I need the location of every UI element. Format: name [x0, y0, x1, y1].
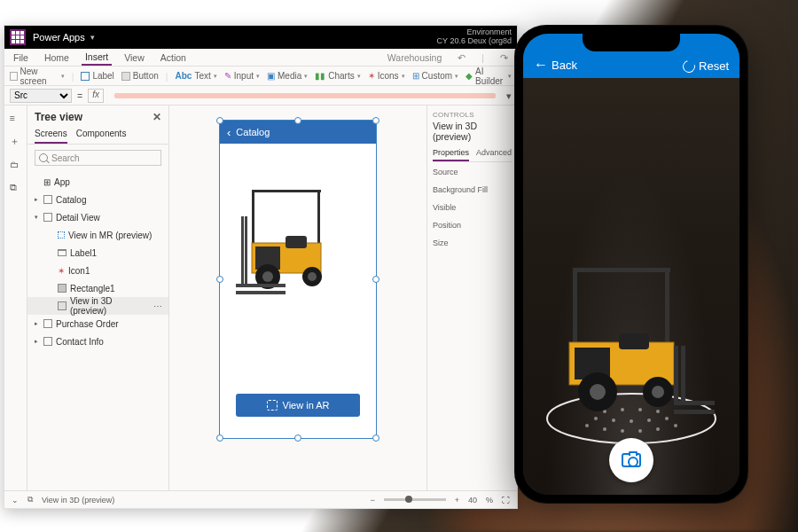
search-placeholder: Search	[51, 153, 80, 163]
titlebar: Power Apps ▾ Environment CY 20.6 Deux (o…	[4, 26, 517, 49]
svg-point-16	[603, 427, 606, 431]
zoom-in-button[interactable]: +	[455, 496, 459, 505]
tree: ⊞App ▸Catalog ▾Detail View View in MR (p…	[27, 171, 168, 352]
back-button[interactable]: ← Back	[534, 57, 577, 73]
node-view-in-3d[interactable]: View in 3D (preview)⋯	[27, 297, 168, 315]
forklift-3d-model	[236, 177, 360, 301]
tool-label[interactable]: Label	[81, 71, 113, 81]
zoom-value: 40	[468, 496, 477, 505]
svg-rect-31	[573, 268, 577, 344]
more-icon[interactable]: ⋯	[153, 301, 163, 311]
insert-toolbar: New screen▾ | Label Button | AbcText▾ ✎I…	[4, 66, 517, 86]
tab-components[interactable]: Components	[76, 125, 127, 144]
tree-tabs: Screens Components	[27, 125, 168, 145]
chevron-down-icon[interactable]: ▾	[90, 33, 95, 42]
tool-ai-builder[interactable]: ◆AI Builder▾	[466, 66, 512, 86]
tool-new-screen[interactable]: New screen▾	[10, 66, 65, 86]
prop-source[interactable]: Source	[433, 168, 512, 176]
left-rail: ≡ ＋ 🗀 ⧉	[4, 106, 27, 490]
prop-size[interactable]: Size	[433, 239, 512, 247]
fx-icon[interactable]: fx	[88, 89, 104, 103]
node-view-in-mr[interactable]: View in MR (preview)	[27, 226, 168, 244]
ar-camera-scene[interactable]	[523, 78, 739, 495]
media-pane-icon[interactable]: ⧉	[10, 182, 22, 194]
tree-view-icon[interactable]: ≡	[10, 113, 22, 125]
redo-icon[interactable]: ↷	[497, 51, 512, 65]
tool-button[interactable]: Button	[121, 71, 159, 81]
tool-media[interactable]: ▣Media▾	[267, 71, 308, 81]
status-bar: ⌄ ⧉ View in 3D (preview) − + 40 % ⛶	[4, 490, 517, 508]
product-name: Power Apps	[33, 32, 85, 43]
node-rectangle1[interactable]: Rectangle1	[27, 279, 168, 297]
node-detail-view[interactable]: ▾Detail View	[27, 208, 168, 226]
powerapps-studio-window: Power Apps ▾ Environment CY 20.6 Deux (o…	[4, 25, 518, 509]
menu-insert[interactable]: Insert	[82, 50, 112, 66]
insert-pane-icon[interactable]: ＋	[10, 136, 22, 148]
tool-input[interactable]: ✎Input▾	[224, 71, 260, 81]
back-arrow-icon: ←	[534, 57, 548, 73]
app-launcher-icon[interactable]	[10, 29, 26, 45]
data-pane-icon[interactable]: 🗀	[10, 159, 22, 171]
svg-rect-0	[252, 190, 321, 192]
environment-picker[interactable]: Environment CY 20.6 Deux (org8d	[437, 28, 512, 46]
prop-visible[interactable]: Visible	[433, 203, 512, 212]
selected-control-name: View in 3D (preview)	[42, 496, 114, 505]
resize-handle[interactable]	[294, 117, 301, 124]
chevron-down-icon[interactable]: ⌄	[12, 496, 19, 505]
svg-rect-32	[665, 268, 669, 344]
tool-custom[interactable]: ⊞Custom▾	[412, 71, 458, 81]
menu-action[interactable]: Action	[157, 51, 190, 65]
undo-icon[interactable]: ↶	[454, 51, 469, 65]
node-purchase-order[interactable]: ▸Purchase Order	[27, 315, 168, 332]
phone-preview[interactable]: ‹ Catalog	[219, 120, 377, 439]
node-contact-info[interactable]: ▸Contact Info	[27, 332, 168, 350]
prop-background-fill[interactable]: Background Fill	[433, 185, 512, 194]
tab-properties[interactable]: Properties	[433, 145, 469, 161]
svg-point-37	[590, 384, 606, 400]
tool-text[interactable]: AbcText▾	[176, 71, 217, 81]
back-label: Back	[552, 59, 577, 72]
prop-position[interactable]: Position	[433, 221, 512, 230]
node-catalog[interactable]: ▸Catalog	[27, 191, 168, 208]
menu-view[interactable]: View	[121, 51, 148, 65]
tool-charts[interactable]: ▮▮Charts▾	[315, 71, 360, 81]
svg-rect-13	[241, 216, 244, 286]
back-icon[interactable]: ‹	[227, 126, 231, 139]
svg-rect-43	[674, 410, 715, 414]
svg-rect-35	[619, 333, 649, 349]
property-selector[interactable]: Src	[10, 89, 72, 103]
phone-mockup: ← Back Reset	[514, 25, 748, 504]
camera-shutter-button[interactable]	[609, 438, 653, 482]
tool-icons[interactable]: ✶Icons▾	[368, 71, 405, 81]
svg-rect-2	[317, 190, 320, 245]
svg-rect-12	[245, 216, 247, 286]
node-label1[interactable]: Label1	[27, 244, 168, 262]
resize-handle[interactable]	[372, 117, 379, 124]
reset-button[interactable]: Reset	[683, 59, 729, 73]
zoom-out-button[interactable]: −	[370, 496, 374, 505]
node-icon1[interactable]: ✶Icon1	[27, 262, 168, 279]
formula-input[interactable]	[114, 93, 496, 98]
close-icon[interactable]: ✕	[153, 111, 161, 123]
camera-icon	[622, 453, 641, 467]
props-section-label: CONTROLS	[433, 111, 512, 119]
zoom-slider[interactable]	[384, 498, 446, 501]
svg-point-7	[262, 271, 273, 282]
node-app[interactable]: ⊞App	[27, 173, 168, 191]
tab-advanced[interactable]: Advanced	[476, 145, 512, 161]
canvas-area[interactable]: ‹ Catalog	[169, 106, 426, 490]
view-in-ar-button[interactable]: View in AR	[236, 394, 360, 417]
svg-rect-1	[252, 190, 254, 245]
props-control-name: View in 3D (preview)	[433, 121, 512, 142]
menu-file[interactable]: File	[10, 51, 32, 65]
formula-expand-icon[interactable]: ▾	[506, 90, 512, 101]
tab-screens[interactable]: Screens	[35, 125, 67, 144]
tree-view-pane: Tree view ✕ Screens Components Search ⊞A…	[27, 106, 169, 490]
fit-to-screen-icon[interactable]: ⛶	[502, 496, 510, 505]
reset-icon	[680, 58, 697, 74]
svg-point-9	[308, 272, 317, 281]
tree-search[interactable]: Search	[35, 150, 161, 166]
menu-home[interactable]: Home	[41, 51, 73, 65]
resize-handle[interactable]	[216, 117, 223, 124]
svg-rect-40	[674, 346, 678, 404]
